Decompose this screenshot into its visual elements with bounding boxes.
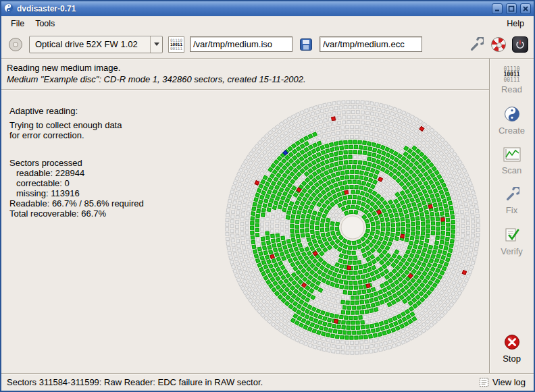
app-window: dvdisaster-0.71 File Tools Help Optical …	[0, 0, 535, 392]
app-icon	[4, 3, 14, 15]
disc-visualization	[218, 92, 488, 362]
ecc-path-input[interactable]	[320, 36, 422, 52]
read-button[interactable]: 01110 10011 00111 Read	[493, 64, 531, 97]
statusbar: Sectors 311584-311599: Raw Reader: EDC f…	[1, 373, 534, 391]
minimize-button[interactable]	[492, 3, 503, 14]
verify-label: Verify	[501, 246, 523, 256]
iso-path-input[interactable]	[190, 36, 292, 52]
log-icon	[479, 377, 489, 387]
sectors-title: Sectors processed	[9, 158, 165, 168]
create-icon	[504, 106, 520, 124]
fix-label: Fix	[506, 205, 517, 215]
view-log-button[interactable]: View log	[476, 376, 528, 389]
help-about-button[interactable]	[490, 36, 507, 53]
chevron-down-icon	[154, 43, 159, 46]
reading-info-panel: Adaptive reading: Trying to collect enou…	[9, 106, 165, 219]
status-line-1: Reading new medium image.	[7, 62, 484, 74]
read-icon: 01110 10011 00111	[503, 67, 519, 83]
drive-icon	[8, 37, 23, 52]
maximize-icon	[508, 5, 515, 12]
maximize-button[interactable]	[506, 3, 517, 14]
status-heading: Reading new medium image. Medium "Exampl…	[1, 59, 489, 90]
close-button[interactable]	[520, 3, 531, 14]
disc-spiral	[218, 92, 488, 362]
combo-arrow[interactable]	[150, 36, 162, 53]
drive-select[interactable]: Optical drive 52X FW 1.02	[29, 36, 163, 53]
view-log-label: View log	[492, 377, 526, 387]
quit-button[interactable]	[512, 36, 528, 53]
image-file-icon: 01110 10011 00111	[168, 36, 184, 53]
image-file-button[interactable]: 01110 10011 00111	[168, 36, 185, 53]
menu-file[interactable]: File	[5, 18, 30, 30]
wrench-icon	[469, 37, 484, 52]
sectors-missing: missing: 113916	[9, 188, 165, 198]
readable-summary: Readable: 66.7% / 85.6% required	[9, 198, 165, 208]
close-icon	[522, 5, 529, 12]
scan-label: Scan	[502, 165, 522, 175]
total-summary: Total recoverable: 66.7%	[9, 208, 165, 219]
window-title: dvdisaster-0.71	[17, 4, 488, 13]
scan-icon	[503, 147, 521, 164]
fix-icon	[505, 187, 519, 204]
fix-button[interactable]: Fix	[493, 184, 531, 218]
content-area: Reading new medium image. Medium "Exampl…	[1, 59, 489, 373]
sectors-correctable: correctable: 0	[9, 178, 165, 188]
create-button[interactable]: Create	[493, 103, 531, 138]
status-line-2: Medium "Example disc": CD-R mode 1, 3428…	[7, 74, 484, 85]
minimize-icon	[494, 5, 501, 12]
drive-select-value: Optical drive 52X FW 1.02	[30, 39, 150, 49]
toolbar: Optical drive 52X FW 1.02 01110 10011 00…	[1, 30, 534, 59]
sectors-readable: readable: 228944	[9, 168, 165, 178]
statusbar-message: Sectors 311584-311599: Raw Reader: EDC f…	[7, 377, 476, 387]
stop-label: Stop	[503, 354, 521, 364]
ecc-file-icon	[299, 38, 313, 51]
drive-button[interactable]	[7, 36, 24, 53]
stop-icon	[504, 334, 520, 352]
titlebar[interactable]: dvdisaster-0.71	[1, 1, 534, 16]
ecc-file-button[interactable]	[297, 36, 315, 53]
read-label: Read	[501, 84, 522, 94]
power-icon	[515, 40, 525, 49]
stop-button[interactable]: Stop	[493, 331, 531, 366]
adaptive-description: Trying to collect enough data for error …	[9, 120, 134, 140]
menu-help[interactable]: Help	[501, 18, 530, 30]
preferences-button[interactable]	[467, 36, 485, 53]
menu-tools[interactable]: Tools	[30, 18, 60, 30]
verify-button[interactable]: Verify	[493, 224, 531, 259]
adaptive-title: Adaptive reading:	[9, 106, 165, 116]
verify-icon	[504, 227, 520, 245]
main-area: Reading new medium image. Medium "Exampl…	[1, 59, 534, 373]
action-sidebar: 01110 10011 00111 Read Create Scan	[489, 59, 534, 373]
menubar: File Tools Help	[1, 16, 534, 30]
create-label: Create	[499, 125, 525, 136]
scan-button[interactable]: Scan	[493, 144, 531, 178]
dvdisaster-disc-icon	[491, 37, 506, 52]
